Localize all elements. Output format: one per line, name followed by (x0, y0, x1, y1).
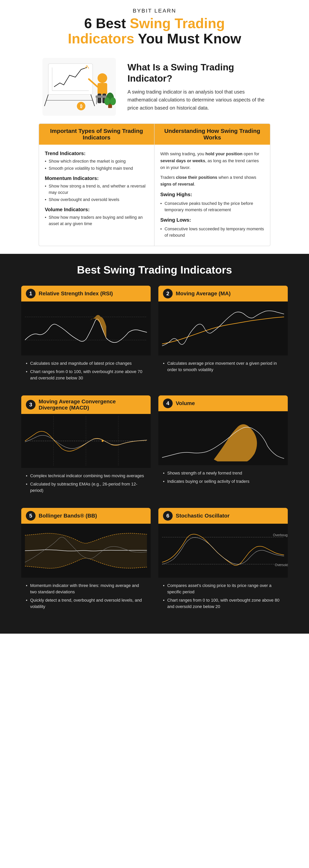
ma-desc-1: Calculates average price movement over a… (163, 360, 283, 373)
indicators-grid: 1 Relative Strength Index (RSI) Calcula (10, 286, 299, 616)
svg-rect-0 (48, 64, 93, 94)
indicator-card-ma: 2 Moving Average (MA) Calculates average… (158, 286, 288, 388)
info-col-swing: Understanding How Swing Trading Works Wi… (154, 124, 270, 246)
intro-body: A swing trading indicator is an analysis… (128, 88, 266, 112)
volume-desc-1: Shows strength of a newly formed trend (163, 470, 283, 476)
ma-desc: Calculates average price movement over a… (158, 355, 288, 379)
swing-para2: Traders close their positions when a tre… (160, 174, 264, 187)
main-title: 6 Best Swing Trading Indicators You Must… (4, 16, 305, 46)
volume-title: Volume Indicators: (45, 207, 148, 213)
volume-desc-2: Indicates buying or selling activity of … (163, 478, 283, 485)
info-col1-title: Important Types of Swing Trading Indicat… (45, 128, 148, 141)
svg-text:Oversold: Oversold (275, 563, 288, 567)
info-col2-title: Understanding How Swing Trading Works (160, 128, 264, 141)
svg-rect-20 (21, 302, 151, 355)
swing-highs-list: •Consecutive peaks touched by the price … (160, 200, 264, 213)
svg-point-18 (104, 97, 110, 105)
illustration-svg: ₿ (43, 60, 116, 114)
info-col1-body: Trend Indicators: Show which direction t… (39, 145, 154, 237)
bb-desc-1: Momentum indicator with three lines: mov… (26, 582, 146, 595)
info-col1-header: Important Types of Swing Trading Indicat… (39, 124, 154, 145)
svg-point-29 (102, 440, 104, 442)
macd-desc: Complex technical indicator combining tw… (21, 468, 151, 500)
volume-chart (158, 411, 288, 465)
rsi-number: 1 (26, 289, 35, 299)
swing-lows-title: Swing Lows: (160, 216, 264, 224)
bottom-padding (0, 622, 309, 633)
trend-item-1: Show which direction the market is going (45, 158, 148, 164)
volume-number: 4 (163, 399, 173, 408)
ma-title: Moving Average (MA) (176, 290, 231, 297)
volume-desc: Shows strength of a newly formed trend I… (158, 465, 288, 491)
stoch-header: 6 Stochastic Oscillator (158, 508, 288, 524)
swing-lows-list: •Consecutive lows succeeded by temporary… (160, 226, 264, 239)
svg-rect-23 (158, 302, 288, 355)
stoch-desc-2: Chart ranges from 0 to 100, with overbou… (163, 597, 283, 610)
svg-rect-7 (97, 83, 107, 94)
ma-chart (158, 302, 288, 355)
swing-para1: With swing trading, you hold your positi… (160, 151, 264, 171)
macd-desc-2: Calculated by subtracting EMAs (e.g., 26… (26, 481, 146, 494)
indicator-card-rsi: 1 Relative Strength Index (RSI) Calcula (21, 286, 151, 388)
indicator-card-bb: 5 Bollinger Bands® (BB) (21, 508, 151, 616)
intro-illustration: ₿ (43, 58, 116, 116)
volume-indicators: Volume Indicators: Show how many traders… (45, 207, 148, 227)
trend-list: Show which direction the market is going… (45, 158, 148, 172)
brand-logo: BYBIT LEARN (4, 8, 305, 14)
best-section-title: Best Swing Trading Indicators (0, 264, 309, 276)
rsi-title: Relative Strength Index (RSI) (38, 290, 113, 297)
info-col-types: Important Types of Swing Trading Indicat… (39, 124, 154, 246)
swing-lows-item: •Consecutive lows succeeded by temporary… (160, 226, 264, 239)
svg-point-19 (110, 97, 116, 105)
macd-desc-1: Complex technical indicator combining tw… (26, 472, 146, 479)
bb-chart (21, 524, 151, 578)
svg-text:Overbought: Overbought (273, 533, 288, 537)
svg-rect-9 (97, 94, 102, 103)
bb-title: Bollinger Bands® (BB) (38, 513, 97, 519)
rsi-desc-1: Calculates size and magnitude of latest … (26, 360, 146, 367)
title-part4: You Must Know (134, 31, 241, 46)
title-part3: Indicators (68, 31, 134, 46)
svg-rect-11 (95, 95, 107, 98)
momentum-indicators: Momentum Indicators: Show how strong a t… (45, 175, 148, 203)
stoch-number: 6 (163, 511, 173, 521)
momentum-list: Show how strong a trend is, and whether … (45, 183, 148, 203)
swing-highs-title: Swing Highs: (160, 191, 264, 199)
stoch-desc: Compares asset's closing price to its pr… (158, 578, 288, 616)
bb-number: 5 (26, 511, 35, 521)
trend-title: Trend Indicators: (45, 151, 148, 156)
ma-number: 2 (163, 289, 173, 299)
swing-highs-item: •Consecutive peaks touched by the price … (160, 200, 264, 213)
rsi-chart (21, 302, 151, 355)
indicator-card-macd: 3 Moving Average Convergence Divergence … (21, 396, 151, 500)
best-section: Best Swing Trading Indicators 1 Relative… (0, 254, 309, 622)
title-part1: 6 Best (84, 16, 130, 31)
intro-text: What Is a Swing Trading Indicator? A swi… (128, 62, 266, 112)
intro-section: ₿ What Is a Swing Trading Indicator? A s… (19, 50, 290, 123)
svg-point-6 (97, 73, 107, 83)
indicator-card-volume: 4 Volume Shows strength of a newly forme… (158, 396, 288, 500)
momentum-title: Momentum Indicators: (45, 175, 148, 181)
bb-desc-2: Quickly detect a trend, overbought and o… (26, 597, 146, 610)
intro-heading: What Is a Swing Trading Indicator? (128, 62, 266, 84)
macd-chart (21, 414, 151, 468)
svg-text:₿: ₿ (80, 104, 82, 108)
volume-list: Show how many traders are buying and sel… (45, 214, 148, 227)
rsi-desc: Calculates size and magnitude of latest … (21, 355, 151, 388)
volume-item-1: Show how many traders are buying and sel… (45, 214, 148, 227)
info-col2-header: Understanding How Swing Trading Works (154, 124, 270, 145)
bb-header: 5 Bollinger Bands® (BB) (21, 508, 151, 524)
macd-number: 3 (26, 400, 35, 409)
trend-indicators: Trend Indicators: Show which direction t… (45, 151, 148, 172)
title-part2: Swing Trading (130, 16, 225, 31)
volume-title: Volume (176, 400, 195, 406)
ma-header: 2 Moving Average (MA) (158, 286, 288, 302)
svg-rect-32 (158, 524, 288, 578)
macd-header: 3 Moving Average Convergence Divergence … (21, 396, 151, 414)
volume-header: 4 Volume (158, 396, 288, 411)
rsi-header: 1 Relative Strength Index (RSI) (21, 286, 151, 302)
stoch-chart: Overbought Oversold (158, 524, 288, 578)
momentum-item-2: Show overbought and oversold levels (45, 196, 148, 203)
momentum-item-1: Show how strong a trend is, and whether … (45, 183, 148, 195)
page-header: BYBIT LEARN 6 Best Swing Trading Indicat… (0, 0, 309, 50)
